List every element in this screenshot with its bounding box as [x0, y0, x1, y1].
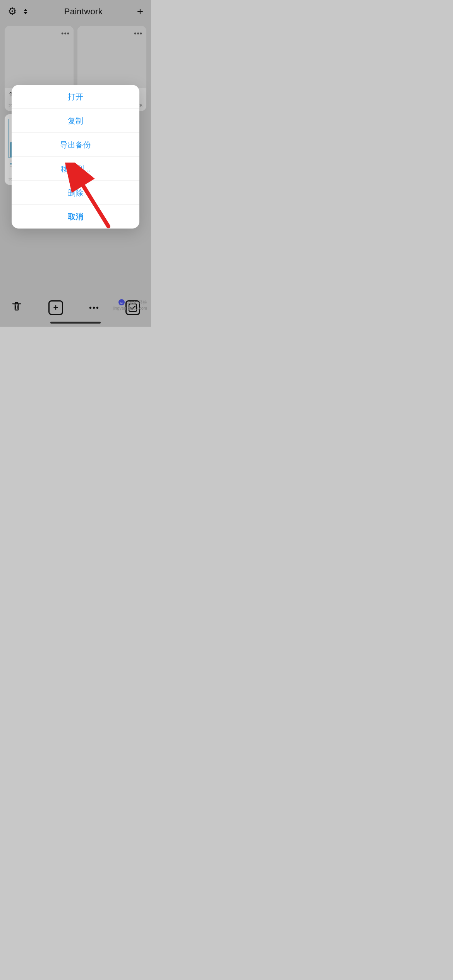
menu-item-delete[interactable]: 删除	[12, 181, 139, 205]
menu-item-open[interactable]: 打开	[12, 85, 139, 109]
menu-item-cancel[interactable]: 取消	[12, 205, 139, 229]
menu-item-export[interactable]: 导出备份	[12, 133, 139, 157]
context-menu: 打开 复制 导出备份 移动到... 删除 取消	[12, 85, 139, 229]
menu-item-move[interactable]: 移动到...	[12, 157, 139, 181]
menu-item-copy[interactable]: 复制	[12, 109, 139, 133]
